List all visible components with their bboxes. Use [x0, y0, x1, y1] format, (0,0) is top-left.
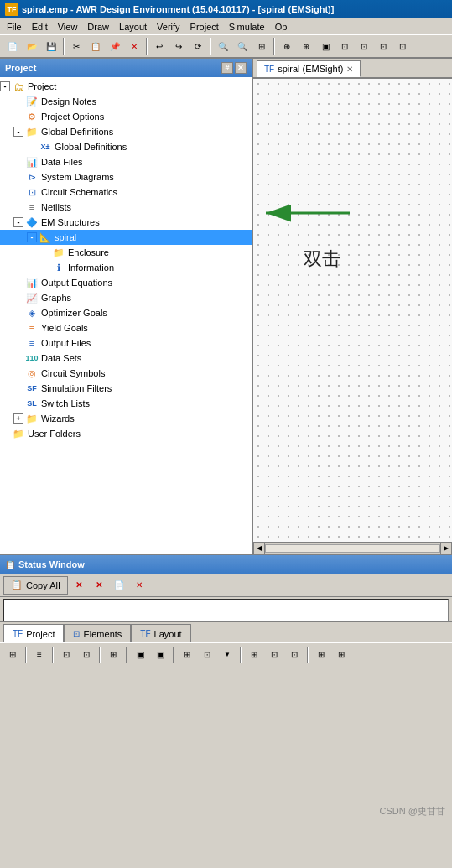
status-btn-x1[interactable]: ✕: [70, 576, 88, 595]
tree-item-global-defs-parent[interactable]: - 📁 Global Definitions: [0, 124, 252, 139]
expand-spiral[interactable]: -: [27, 232, 37, 242]
expand-wizards[interactable]: +: [13, 413, 23, 424]
bt-6[interactable]: ▣: [131, 646, 149, 664]
menu-verify[interactable]: Verify: [152, 21, 185, 33]
bt-11[interactable]: ⊡: [265, 646, 283, 664]
canvas-tab-spiral[interactable]: TF spiral (EMSight) ✕: [257, 60, 361, 77]
expand-em-structures[interactable]: -: [13, 217, 23, 227]
toolbar-delete[interactable]: ✕: [125, 37, 143, 55]
copy-all-button[interactable]: 📋 Copy AlI: [3, 576, 68, 595]
tree-item-project-root[interactable]: - 🗂 Project: [0, 79, 252, 94]
tree-item-netlists[interactable]: ≡ Netlists: [0, 200, 252, 215]
tree-item-user-folders[interactable]: 📁 User Folders: [0, 426, 252, 441]
bt-5[interactable]: ⊞: [104, 646, 122, 664]
bt-1[interactable]: ⊞: [3, 646, 22, 664]
status-btn-x2[interactable]: ✕: [90, 576, 108, 595]
bt-14[interactable]: ⊞: [332, 646, 351, 664]
status-btn-doc[interactable]: 📄: [110, 576, 128, 595]
menu-file[interactable]: File: [2, 21, 27, 33]
bt-2[interactable]: ≡: [30, 646, 49, 664]
toolbar-refresh[interactable]: ⟳: [189, 37, 207, 55]
tree-item-output-equations[interactable]: 📊 Output Equations: [0, 275, 252, 290]
tree-item-yield-goals[interactable]: ≡ Yield Goals: [0, 320, 252, 335]
toolbar-search[interactable]: 🔍: [214, 37, 232, 55]
bottom-tab-elements[interactable]: ⊡ Elements: [64, 624, 131, 642]
tree-item-enclosure[interactable]: 📁 Enclosure: [0, 245, 252, 260]
tree-item-data-files[interactable]: 📊 Data Files: [0, 154, 252, 169]
scroll-track[interactable]: [265, 544, 440, 553]
tab-close-icon[interactable]: ✕: [346, 65, 353, 74]
toolbar-b6[interactable]: ⊡: [374, 37, 392, 55]
toolbar-zoom-fit[interactable]: ⊞: [252, 37, 271, 55]
scroll-left[interactable]: ◀: [253, 543, 265, 554]
canvas-grid[interactable]: 双击: [253, 79, 452, 542]
toolbar-open[interactable]: 📂: [23, 37, 41, 55]
bt-3[interactable]: ⊡: [57, 646, 75, 664]
label-project-root: Project: [28, 81, 56, 91]
toolbar-b5[interactable]: ⊡: [355, 37, 373, 55]
tree-item-switch-lists[interactable]: SL Switch Lists: [0, 396, 252, 411]
canvas-hscroll[interactable]: ◀ ▶: [253, 542, 452, 554]
tree-item-information[interactable]: ℹ Information: [0, 260, 252, 275]
toolbar-b3[interactable]: ▣: [316, 37, 335, 55]
tree-item-design-notes[interactable]: 📝 Design Notes: [0, 94, 252, 109]
tree-item-wizards[interactable]: + 📁 Wizards: [0, 411, 252, 426]
bt-13[interactable]: ⊞: [312, 646, 330, 664]
label-global-defs-parent: Global Definitions: [41, 127, 113, 137]
tree-item-output-files[interactable]: ≡ Output Files: [0, 335, 252, 351]
expand-project-root[interactable]: -: [0, 81, 10, 91]
toolbar-new[interactable]: 📄: [3, 37, 22, 55]
toolbar-b7[interactable]: ⊡: [393, 37, 412, 55]
copy-all-icon: 📋: [11, 580, 23, 590]
bt-8[interactable]: ⊞: [178, 646, 196, 664]
tree-item-spiral[interactable]: - 📐 spiral: [0, 230, 252, 245]
toolbar-b2[interactable]: ⊕: [297, 37, 315, 55]
bt-12[interactable]: ⊡: [285, 646, 304, 664]
menu-view[interactable]: View: [53, 21, 83, 33]
bt-9[interactable]: ⊡: [198, 646, 216, 664]
tree-item-system-diagrams[interactable]: ⊳ System Diagrams: [0, 169, 252, 185]
scroll-right[interactable]: ▶: [440, 543, 452, 554]
tree-item-em-structures[interactable]: - 🔷 EM Structures: [0, 215, 252, 230]
panel-pin[interactable]: #: [221, 62, 233, 74]
toolbar-zoom-out[interactable]: 🔍: [233, 37, 252, 55]
tree-item-data-sets[interactable]: 110 Data Sets: [0, 351, 252, 366]
tree-item-optimizer-goals[interactable]: ◈ Optimizer Goals: [0, 305, 252, 320]
bt-10[interactable]: ⊞: [245, 646, 263, 664]
expand-global-defs[interactable]: -: [13, 127, 23, 137]
bt-7[interactable]: ▣: [151, 646, 169, 664]
tree-item-global-defs-child[interactable]: X± Global Definitions: [0, 139, 252, 154]
status-btn-close[interactable]: ✕: [130, 576, 148, 595]
tree-item-graphs[interactable]: 📈 Graphs: [0, 290, 252, 305]
label-simulation-filters: Simulation Filters: [41, 383, 112, 393]
toolbar-cut[interactable]: ✂: [67, 37, 86, 55]
toolbar-b1[interactable]: ⊕: [278, 37, 296, 55]
panel-close[interactable]: ✕: [235, 62, 247, 74]
tree-item-project-options[interactable]: ⚙ Project Options: [0, 109, 252, 124]
canvas-tab-label: spiral (EMSight): [278, 64, 343, 74]
label-design-notes: Design Notes: [41, 96, 96, 107]
toolbar-redo[interactable]: ↪: [169, 37, 188, 55]
status-section: 📋 Status Window 📋 Copy AlI ✕ ✕ 📄 ✕: [0, 554, 452, 621]
tree-item-circuit-schematics[interactable]: ⊡ Circuit Schematics: [0, 185, 252, 200]
toolbar-sep-3: [210, 38, 211, 55]
menu-simulate[interactable]: Simulate: [224, 21, 270, 33]
toolbar-copy[interactable]: 📋: [86, 37, 105, 55]
menu-draw[interactable]: Draw: [82, 21, 114, 33]
bt-4[interactable]: ⊡: [77, 646, 96, 664]
arrow-annotation-svg: [257, 188, 358, 238]
toolbar-save[interactable]: 💾: [42, 37, 60, 55]
tree-item-circuit-symbols[interactable]: ◎ Circuit Symbols: [0, 366, 252, 381]
toolbar-undo[interactable]: ↩: [150, 37, 169, 55]
menu-op[interactable]: Op: [270, 21, 293, 33]
status-header: 📋 Status Window: [0, 555, 452, 574]
menu-layout[interactable]: Layout: [114, 21, 152, 33]
menu-project[interactable]: Project: [185, 21, 224, 33]
menu-edit[interactable]: Edit: [27, 21, 53, 33]
tree-item-simulation-filters[interactable]: SF Simulation Filters: [0, 381, 252, 396]
toolbar-b4[interactable]: ⊡: [335, 37, 354, 55]
toolbar-paste[interactable]: 📌: [106, 37, 124, 55]
bottom-tab-project[interactable]: TF Project: [3, 624, 64, 642]
bottom-tab-layout[interactable]: TF Layout: [131, 624, 190, 642]
bt-down[interactable]: ▼: [218, 646, 236, 664]
